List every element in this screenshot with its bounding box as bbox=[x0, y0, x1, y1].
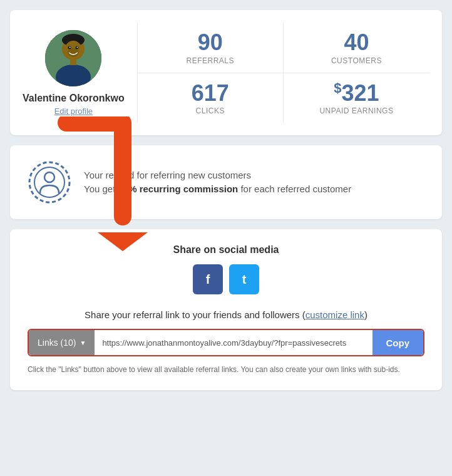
profile-name: Valentine Okoronkwo bbox=[23, 93, 125, 104]
earnings-value: $321 bbox=[296, 81, 417, 106]
stats-grid: 90 REFERRALS 40 CUSTOMERS 617 CLICKS $32… bbox=[137, 23, 429, 123]
reward-icon bbox=[28, 160, 71, 204]
referral-title-prefix: Share your referral link to your friends… bbox=[85, 309, 306, 320]
reward-line1: Your reward for referring new customers bbox=[84, 168, 351, 183]
reward-highlight: 75% recurring commission bbox=[118, 184, 239, 194]
stat-referrals: 90 REFERRALS bbox=[138, 23, 284, 73]
earnings-label: UNPAID EARNINGS bbox=[296, 106, 417, 115]
helper-text: Click the "Links" button above to view a… bbox=[28, 364, 424, 375]
customize-link[interactable]: customize link bbox=[306, 309, 364, 320]
avatar bbox=[45, 30, 101, 86]
referral-title-suffix: ) bbox=[364, 309, 367, 320]
referrals-label: REFERRALS bbox=[150, 56, 270, 65]
svg-point-14 bbox=[44, 172, 54, 182]
twitter-icon: t bbox=[242, 272, 247, 287]
reward-line2: You get 75% recurring commission for eac… bbox=[84, 182, 351, 197]
reward-text2: You get bbox=[84, 184, 118, 194]
social-buttons: f t bbox=[28, 264, 424, 294]
share-title: Share on social media bbox=[28, 244, 424, 256]
svg-point-10 bbox=[69, 46, 71, 48]
profile-card: Valentine Okoronkwo Edit profile 90 REFE… bbox=[10, 10, 442, 135]
links-button[interactable]: Links (10) ▼ bbox=[29, 330, 95, 355]
referrals-value: 90 bbox=[150, 30, 270, 55]
clicks-label: CLICKS bbox=[150, 106, 270, 115]
links-button-label: Links (10) bbox=[38, 338, 76, 348]
link-url-input[interactable] bbox=[95, 330, 372, 355]
profile-left: Valentine Okoronkwo Edit profile bbox=[23, 30, 125, 116]
link-row: Links (10) ▼ Copy bbox=[28, 329, 424, 356]
facebook-icon: f bbox=[206, 272, 210, 287]
caret-icon: ▼ bbox=[80, 339, 86, 346]
customers-value: 40 bbox=[296, 30, 417, 55]
twitter-button[interactable]: t bbox=[229, 264, 259, 294]
clicks-value: 617 bbox=[150, 81, 270, 106]
copy-button[interactable]: Copy bbox=[372, 330, 424, 355]
referral-title: Share your referral link to your friends… bbox=[28, 309, 424, 320]
customers-label: CUSTOMERS bbox=[296, 56, 417, 65]
stat-clicks: 617 CLICKS bbox=[138, 73, 284, 123]
stat-customers: 40 CUSTOMERS bbox=[284, 23, 429, 73]
reward-card: Your reward for referring new customers … bbox=[10, 145, 442, 219]
reward-text: Your reward for referring new customers … bbox=[84, 168, 351, 197]
reward-text3: for each referred customer bbox=[238, 184, 351, 194]
stat-earnings: $321 UNPAID EARNINGS bbox=[284, 73, 429, 123]
share-card: Share on social media f t Share your ref… bbox=[10, 229, 442, 390]
edit-profile-link[interactable]: Edit profile bbox=[54, 106, 93, 116]
facebook-button[interactable]: f bbox=[193, 264, 223, 294]
svg-point-11 bbox=[77, 46, 78, 48]
